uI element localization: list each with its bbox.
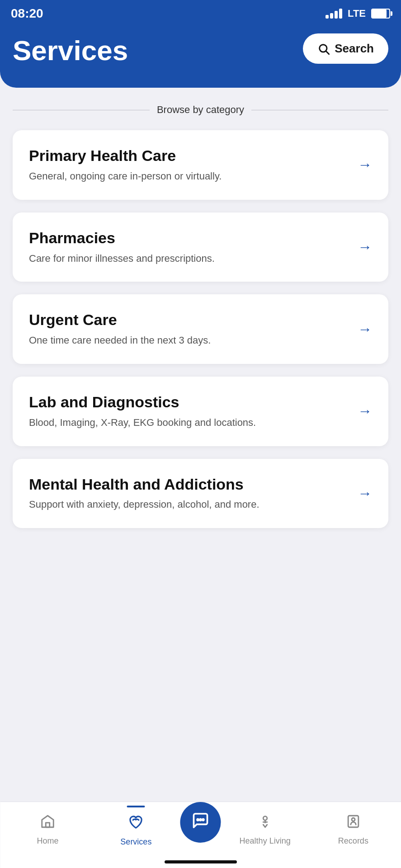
home-icon <box>40 814 56 833</box>
status-bar: 08:20 LTE <box>0 0 401 24</box>
arrow-icon: → <box>358 239 372 255</box>
card-text-lab-diagnostics: Lab and Diagnostics Blood, Imaging, X-Ra… <box>29 393 358 430</box>
card-title: Mental Health and Addictions <box>29 475 349 494</box>
service-card-urgent-care[interactable]: Urgent Care One time care needed in the … <box>13 294 388 364</box>
card-desc: Blood, Imaging, X-Ray, EKG booking and l… <box>29 416 349 430</box>
status-icons: LTE <box>326 8 390 19</box>
card-desc: General, ongoing care in-person or virtu… <box>29 170 349 184</box>
service-card-mental-health[interactable]: Mental Health and Addictions Support wit… <box>13 459 388 528</box>
card-text-pharmacies: Pharmacies Care for minor illnesses and … <box>29 229 358 266</box>
nav-label-healthy-living: Healthy Living <box>240 836 291 846</box>
records-icon <box>345 814 361 833</box>
svg-point-4 <box>200 819 201 820</box>
search-label: Search <box>335 42 374 56</box>
service-card-pharmacies[interactable]: Pharmacies Care for minor illnesses and … <box>13 212 388 282</box>
header: Services Search <box>0 24 401 88</box>
card-title: Primary Health Care <box>29 146 349 165</box>
bottom-nav: Home Services <box>0 802 401 868</box>
nav-label-records: Records <box>338 836 368 846</box>
services-icon <box>127 813 145 834</box>
battery-icon <box>371 9 390 19</box>
divider-left <box>13 110 150 110</box>
arrow-icon: → <box>358 485 372 502</box>
browse-header: Browse by category <box>13 104 388 116</box>
card-desc: Care for minor illnesses and prescriptio… <box>29 252 349 266</box>
home-indicator <box>165 860 237 863</box>
card-text-mental-health: Mental Health and Addictions Support wit… <box>29 475 358 512</box>
card-title: Urgent Care <box>29 311 349 329</box>
arrow-icon: → <box>358 321 372 338</box>
nav-chat-button[interactable] <box>180 802 221 843</box>
nav-item-services[interactable]: Services <box>92 813 180 847</box>
nav-item-home[interactable]: Home <box>4 814 92 846</box>
nav-item-healthy-living[interactable]: Healthy Living <box>221 814 309 846</box>
chat-icon <box>192 811 210 834</box>
card-text-urgent-care: Urgent Care One time care needed in the … <box>29 311 358 348</box>
card-title: Lab and Diagnostics <box>29 393 349 411</box>
search-button[interactable]: Search <box>303 33 388 64</box>
service-card-primary-health-care[interactable]: Primary Health Care General, ongoing car… <box>13 130 388 200</box>
svg-point-3 <box>197 819 198 820</box>
nav-label-services: Services <box>120 837 151 847</box>
card-desc: One time care needed in the next 3 days. <box>29 334 349 348</box>
arrow-icon: → <box>358 156 372 173</box>
browse-label: Browse by category <box>157 104 244 116</box>
card-text-primary-health-care: Primary Health Care General, ongoing car… <box>29 146 358 184</box>
service-card-lab-diagnostics[interactable]: Lab and Diagnostics Blood, Imaging, X-Ra… <box>13 377 388 446</box>
svg-line-1 <box>326 51 329 54</box>
battery-fill <box>372 9 387 18</box>
arrow-icon: → <box>358 403 372 420</box>
divider-right <box>251 110 388 110</box>
nav-label-home: Home <box>37 836 59 846</box>
healthy-living-icon <box>257 814 273 833</box>
page-title: Services <box>13 35 128 66</box>
signal-icon <box>326 9 342 19</box>
nav-item-records[interactable]: Records <box>309 814 397 846</box>
search-icon <box>317 42 330 55</box>
status-time: 08:20 <box>11 6 43 21</box>
svg-rect-2 <box>46 822 50 827</box>
card-desc: Support with anxiety, depression, alcoho… <box>29 498 349 512</box>
card-title: Pharmacies <box>29 229 349 247</box>
carrier-label: LTE <box>348 8 366 19</box>
svg-point-8 <box>352 818 355 821</box>
svg-point-5 <box>203 819 204 820</box>
main-content: Browse by category Primary Health Care G… <box>0 88 401 622</box>
